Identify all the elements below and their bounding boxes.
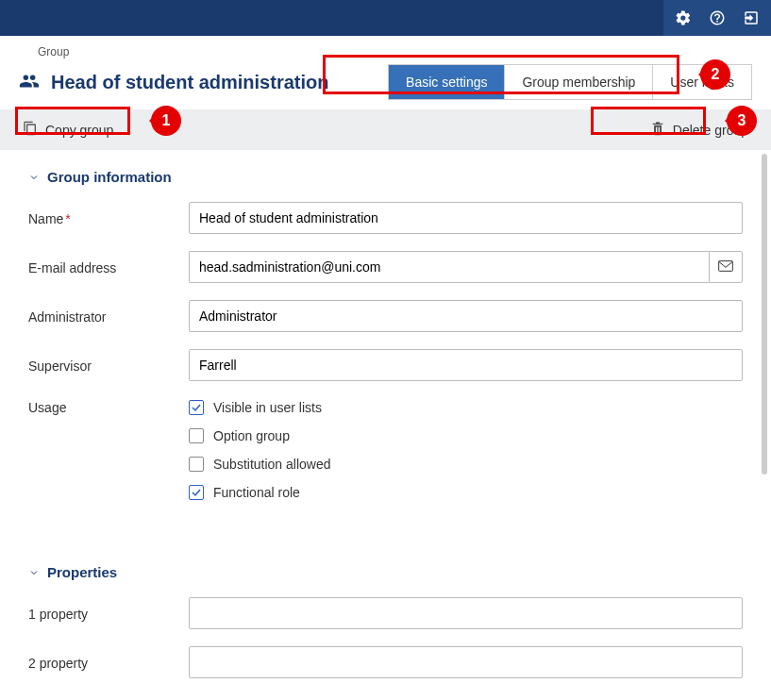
usage-label: Usage: [28, 398, 189, 415]
email-input[interactable]: [189, 251, 709, 283]
section-group-information[interactable]: Group information: [28, 169, 743, 185]
property-2-input[interactable]: [189, 646, 743, 678]
supervisor-input[interactable]: [189, 349, 743, 381]
delete-group-label: Delete group: [673, 123, 748, 138]
checkbox-label: Visible in user lists: [213, 400, 322, 415]
logout-icon[interactable]: [743, 9, 760, 26]
checkbox-icon: [189, 485, 204, 500]
top-bar: [0, 0, 771, 36]
property-1-input[interactable]: [189, 597, 743, 629]
trash-icon: [650, 121, 665, 139]
toolbar: Copy group Delete group: [0, 109, 771, 150]
content-area: Group information Name* E-mail address: [0, 150, 771, 700]
page-title: Head of student administration: [51, 72, 328, 93]
scrollbar[interactable]: [762, 154, 767, 475]
checkbox-option-group[interactable]: Option group: [189, 428, 743, 443]
tabs: Basic settings Group membership User rig…: [388, 64, 752, 100]
email-label: E-mail address: [28, 258, 189, 275]
checkbox-label: Substitution allowed: [213, 457, 331, 472]
supervisor-label: Supervisor: [28, 357, 189, 374]
copy-group-button[interactable]: Copy group: [17, 117, 119, 142]
envelope-icon: [718, 259, 733, 275]
checkbox-label: Functional role: [213, 485, 300, 500]
checkbox-visible-in-user-lists[interactable]: Visible in user lists: [189, 400, 743, 415]
help-icon[interactable]: [709, 9, 726, 26]
administrator-label: Administrator: [28, 308, 189, 325]
section-title: Properties: [47, 564, 117, 580]
svg-rect-0: [719, 261, 733, 272]
checkbox-icon: [189, 400, 204, 415]
property-1-label: 1 property: [28, 605, 189, 622]
group-icon: [19, 71, 40, 94]
section-properties[interactable]: Properties: [28, 564, 743, 580]
tab-basic-settings[interactable]: Basic settings: [389, 65, 505, 99]
administrator-input[interactable]: [189, 300, 743, 332]
name-input[interactable]: [189, 202, 743, 234]
breadcrumb[interactable]: Group: [19, 45, 752, 58]
name-label: Name*: [28, 209, 189, 226]
email-action-button[interactable]: [709, 251, 743, 283]
checkbox-functional-role[interactable]: Functional role: [189, 485, 743, 500]
checkbox-icon: [189, 457, 204, 472]
tab-user-rights[interactable]: User rights: [653, 65, 751, 99]
gear-icon[interactable]: [675, 9, 692, 26]
delete-group-button[interactable]: Delete group: [645, 117, 754, 142]
checkbox-label: Option group: [213, 428, 290, 443]
copy-group-label: Copy group: [45, 123, 113, 138]
checkbox-substitution-allowed[interactable]: Substitution allowed: [189, 457, 743, 472]
copy-icon: [23, 121, 38, 139]
section-title: Group information: [47, 169, 172, 185]
property-2-label: 2 property: [28, 654, 189, 671]
tab-group-membership[interactable]: Group membership: [505, 65, 653, 99]
checkbox-icon: [189, 428, 204, 443]
